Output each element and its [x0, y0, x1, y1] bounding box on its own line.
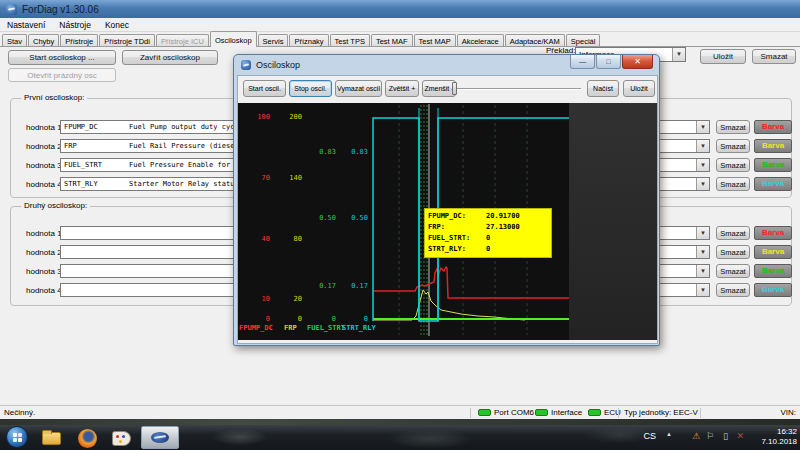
scope-plot[interactable]: 100 70 40 10 0 200 140 80 20 0 0.83 0.50… — [238, 103, 657, 340]
clock[interactable]: 16:32 7.10.2018 — [761, 427, 797, 447]
axis-strt-rly: 0 — [340, 315, 368, 323]
tabstrip: Stav Chyby Přístroje Přístroje TDdi Přís… — [2, 31, 798, 47]
smazat-row-button[interactable]: Smazat — [716, 177, 750, 191]
smazat-row-button[interactable]: Smazat — [716, 283, 750, 297]
tooltip-label: STRT_RLY: — [428, 244, 486, 255]
port-label: Port COM6 — [494, 408, 534, 417]
cursor-value-tooltip: FPUMP_DC:20.91700 FRP:27.13000 FUEL_STRT… — [424, 208, 552, 258]
barva-button[interactable]: Barva — [754, 120, 792, 134]
axis-fuel-strt: 0.50 — [308, 214, 336, 222]
channel-name-fuel-strt: FUEL_STRT — [307, 324, 345, 332]
axis-fpump: 10 — [246, 295, 270, 303]
interface-label: Interface — [551, 408, 582, 417]
ulozit-button[interactable]: Uložit — [700, 49, 746, 64]
chevron-down-icon[interactable]: ▼ — [672, 48, 685, 61]
chevron-down-icon[interactable]: ▼ — [696, 284, 709, 296]
channel-name-strt-rly: STRT_RLY — [342, 324, 376, 332]
time-slider-track[interactable] — [453, 88, 581, 90]
axis-frp: 0 — [278, 315, 302, 323]
tooltip-value: 0 — [486, 244, 490, 255]
hodnota2-label: hodnota 2 — [26, 142, 62, 151]
smazat-row-button[interactable]: Smazat — [716, 264, 750, 278]
start-oscil-button[interactable]: Start oscil. — [243, 80, 286, 97]
hodnota3-label: hodnota 3 — [26, 161, 62, 170]
hodnota4-value: STRT_RLY — [64, 180, 98, 188]
barva-button[interactable]: Barva — [754, 283, 792, 297]
minimize-icon[interactable]: — — [570, 55, 595, 69]
zvetsit-button[interactable]: Zvětšit + — [385, 80, 419, 97]
barva-button[interactable]: Barva — [754, 245, 792, 259]
chevron-down-icon[interactable]: ▼ — [696, 178, 709, 190]
chevron-down-icon[interactable]: ▼ — [696, 265, 709, 277]
status-state: Nečinný. — [4, 408, 35, 417]
chevron-down-icon[interactable]: ▼ — [696, 246, 709, 258]
barva-button[interactable]: Barva — [754, 139, 792, 153]
scope-client-area: Start oscil. Stop oscil. Vymazat oscil Z… — [237, 75, 658, 344]
tooltip-label: FPUMP_DC: — [428, 211, 486, 222]
axis-fuel-strt: 0 — [308, 315, 336, 323]
scope-app-icon — [241, 60, 251, 70]
warning-icon[interactable]: ⚠ — [692, 431, 700, 441]
axis-strt-rly: 0.83 — [340, 148, 368, 156]
barva-button[interactable]: Barva — [754, 226, 792, 240]
close-icon[interactable]: ✕ — [622, 55, 653, 69]
show-hidden-icons-icon[interactable]: ▲ — [666, 431, 672, 437]
fordiag-icon — [151, 432, 169, 443]
axis-frp: 20 — [278, 295, 302, 303]
hodnota4-label-2: hodnota 4 — [26, 286, 62, 295]
axis-frp: 200 — [278, 113, 302, 121]
smazat-row-button[interactable]: Smazat — [716, 245, 750, 259]
barva-button[interactable]: Barva — [754, 264, 792, 278]
menubar: Nastavení Nástroje Konec — [0, 18, 800, 32]
menu-nastroje[interactable]: Nástroje — [52, 18, 98, 31]
screen: ForDiag v1.30.06 Nastavení Nástroje Kone… — [0, 0, 800, 450]
mute-speaker-icon[interactable]: ✕ — [736, 431, 744, 441]
explorer-icon[interactable] — [38, 428, 64, 448]
firefox-icon[interactable] — [74, 428, 100, 448]
chevron-down-icon[interactable]: ▼ — [696, 121, 709, 133]
vymazat-oscil-button[interactable]: Vymazat oscil — [335, 80, 382, 97]
hodnota1-desc: Fuel Pump output duty cyc — [129, 123, 234, 131]
axis-fpump: 0 — [246, 315, 270, 323]
hodnota2-desc: Fuel Rail Pressure (diese — [129, 142, 234, 150]
start-button-icon[interactable] — [6, 426, 28, 448]
taskbar: CS ▲ ⚠ ⚐ ▯ ✕ 16:32 7.10.2018 — [0, 425, 800, 450]
zavrit-osciloskop-button[interactable]: Zavřít osciloskop — [122, 50, 218, 65]
axis-frp: 140 — [278, 174, 302, 182]
device-icon[interactable]: ▯ — [723, 431, 728, 441]
hodnota3-value: FUEL_STRT — [64, 161, 102, 169]
stop-oscil-button[interactable]: Stop oscil. — [289, 80, 332, 97]
hodnota2-label-2: hodnota 2 — [26, 248, 62, 257]
fordiag-taskbar-button[interactable] — [141, 426, 179, 449]
smazat-top-button[interactable]: Smazat — [752, 49, 796, 64]
language-indicator[interactable]: CS — [643, 431, 656, 441]
zmensit-button[interactable]: Zmenšit - — [422, 80, 456, 97]
nacist-button[interactable]: Načíst — [587, 80, 619, 97]
frp-trace — [373, 290, 525, 320]
axis-frp: 80 — [278, 235, 302, 243]
druhy-osciloskop-title: Druhý osciloskop: — [21, 201, 90, 210]
chevron-down-icon[interactable]: ▼ — [696, 227, 709, 239]
smazat-row-button[interactable]: Smazat — [716, 158, 750, 172]
axis-fuel-strt: 0.83 — [308, 148, 336, 156]
tooltip-value: 20.91700 — [486, 211, 520, 222]
paint-icon[interactable] — [108, 428, 134, 448]
smazat-row-button[interactable]: Smazat — [716, 120, 750, 134]
start-osciloskop-button[interactable]: Start osciloskop ... — [8, 50, 116, 65]
menu-konec[interactable]: Konec — [98, 18, 136, 31]
ulozit-scope-button[interactable]: Uložit — [623, 80, 655, 97]
time-slider-thumb[interactable] — [452, 82, 457, 95]
prvni-osciloskop-title: První osciloskop: — [21, 93, 87, 102]
axis-strt-rly: 0.50 — [340, 214, 368, 222]
tab-osciloskop[interactable]: Osciloskop — [210, 31, 257, 47]
chevron-down-icon[interactable]: ▼ — [696, 140, 709, 152]
barva-button[interactable]: Barva — [754, 177, 792, 191]
smazat-row-button[interactable]: Smazat — [716, 226, 750, 240]
maximize-icon[interactable]: □ — [596, 55, 621, 69]
tooltip-label: FUEL_STRT: — [428, 233, 486, 244]
menu-nastaveni[interactable]: Nastavení — [0, 18, 52, 31]
barva-button[interactable]: Barva — [754, 158, 792, 172]
chevron-down-icon[interactable]: ▼ — [696, 159, 709, 171]
flag-icon[interactable]: ⚐ — [706, 431, 714, 441]
smazat-row-button[interactable]: Smazat — [716, 139, 750, 153]
